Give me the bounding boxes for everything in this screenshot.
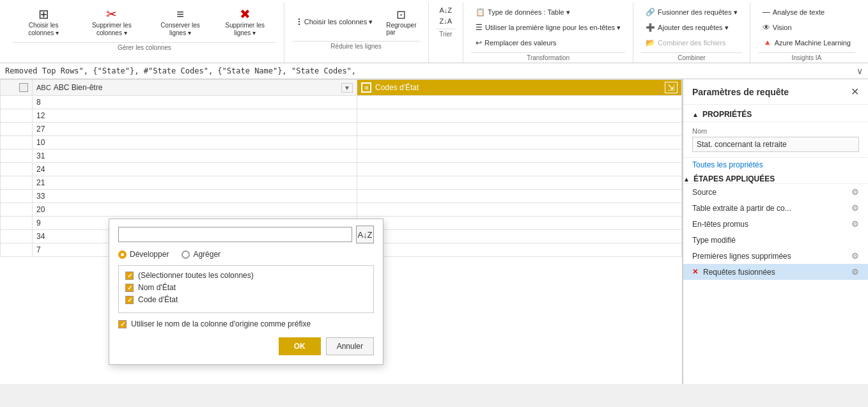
vision-label: Vision xyxy=(773,24,792,31)
radio-developper-circle xyxy=(118,250,127,259)
step-en-tetes-label: En-têtes promus xyxy=(692,220,748,229)
prop-block: Nom Stat. concernant la retraite xyxy=(683,122,868,158)
ribbon-group-transformation: 📋 Type de données : Table ▾ ☰ Utiliser l… xyxy=(463,3,633,63)
cell-codes-etat xyxy=(357,203,682,217)
row-num xyxy=(1,150,33,163)
radio-agreger-circle xyxy=(182,250,190,259)
cb-nom-etat-label: Nom d'État xyxy=(138,283,176,292)
table-row: 21 xyxy=(1,176,682,190)
cell-codes-etat xyxy=(357,136,682,150)
ok-button[interactable]: OK xyxy=(279,337,321,355)
transformation-label: Transformation xyxy=(471,52,625,61)
step-table-extraite-gear-icon[interactable]: ⚙ xyxy=(851,203,859,213)
fractionner-button[interactable]: ⫶ Choisir les colonnes ▾ xyxy=(292,13,378,30)
formula-bar: Removed Top Rows", {"State"}, #"State Co… xyxy=(0,63,868,79)
row-num xyxy=(1,243,33,257)
remplacer-valeurs-icon: ↩ xyxy=(476,38,482,47)
vision-icon: 👁 xyxy=(763,23,770,32)
regrouper-icon: ⊡ xyxy=(396,8,406,22)
codes-etat-table-icon: ⊞ xyxy=(361,82,371,93)
ribbon-group-trier: A↓Z Z↓A Trier xyxy=(429,3,464,63)
cell-codes-etat xyxy=(357,123,682,136)
sort-az-button[interactable]: A↓Z xyxy=(437,5,456,15)
choisir-colonnes-button[interactable]: ⊞ Choisir les colonnes ▾ xyxy=(13,5,74,40)
radio-agreger[interactable]: Agréger xyxy=(182,250,221,259)
supprimer-lignes-button[interactable]: ✖ Supprimer les lignes ▾ xyxy=(214,5,276,40)
col-bien-etre-header[interactable]: ABC ABC Bien-être ▼ xyxy=(33,80,357,96)
sort-za-button[interactable]: Z↓A xyxy=(437,16,456,26)
codes-etat-expand-icon[interactable]: ⇲ xyxy=(665,82,678,93)
azure-ml-label: Azure Machine Learning xyxy=(775,39,851,47)
table-row: 33 xyxy=(1,190,682,203)
step-type-modifie[interactable]: Type modifié ⚙ xyxy=(683,232,868,248)
ribbon-group-gerer: ⊞ Choisir les colonnes ▾ ✂ Supprimer les… xyxy=(5,3,284,63)
step-requetes-fusionnees-delete-icon[interactable]: ✕ xyxy=(692,268,698,276)
nom-value[interactable]: Stat. concernant la retraite xyxy=(692,137,859,152)
cell-bien-etre: 8 xyxy=(33,96,357,109)
analyse-texte-button[interactable]: — Analyse de texte xyxy=(758,5,829,19)
popup-footer: OK Annuler xyxy=(118,337,374,355)
cell-bien-etre: 27 xyxy=(33,123,357,136)
side-panel-header: Paramètres de requête ✕ xyxy=(683,79,868,105)
step-requetes-fusionnees-gear-icon[interactable]: ⚙ xyxy=(851,267,859,277)
regrouper-button[interactable]: ⊡ Regrouperpar xyxy=(382,5,420,38)
ajouter-button[interactable]: ➕ Ajouter des requêtes ▾ xyxy=(641,20,733,35)
table-row: 12 xyxy=(1,109,682,123)
step-premieres-lignes[interactable]: Premières lignes supprimées ⚙ xyxy=(683,248,868,264)
step-requetes-fusionnees[interactable]: ✕ Requêtes fusionnées ⚙ xyxy=(683,264,868,280)
vision-button[interactable]: 👁 Vision xyxy=(758,20,796,35)
checkbox-code-etat[interactable]: Code d'État xyxy=(125,295,367,304)
gerer-colonnes-label: Gérer les colonnes xyxy=(13,42,276,51)
conserver-lignes-button[interactable]: ≡ Conserver les lignes ▾ xyxy=(149,5,211,40)
step-table-extraite[interactable]: Table extraite à partir de co... ⚙ xyxy=(683,200,868,216)
premiere-ligne-icon: ☰ xyxy=(476,23,483,32)
supprimer-colonnes-button[interactable]: ✂ Supprimer les colonnes ▾ xyxy=(77,5,146,40)
step-premieres-lignes-gear-icon[interactable]: ⚙ xyxy=(851,251,859,261)
step-en-tetes-gear-icon[interactable]: ⚙ xyxy=(851,219,859,229)
etapes-label: ÉTAPES APPLIQUÉES xyxy=(694,174,775,183)
toutes-proprietes-link[interactable]: Toutes les propriétés xyxy=(683,158,868,174)
table-row: 27 xyxy=(1,123,682,136)
side-panel-close-button[interactable]: ✕ xyxy=(851,86,859,98)
nom-label: Nom xyxy=(692,127,859,135)
sort-icon-btn[interactable]: A↓Z xyxy=(356,226,374,243)
col-num-header xyxy=(1,80,33,96)
checkbox-select-all[interactable]: (Sélectionner toutes les colonnes) xyxy=(125,271,367,280)
cell-bien-etre: 12 xyxy=(33,109,357,123)
cell-bien-etre: 24 xyxy=(33,163,357,176)
codes-etat-col-name: Codes d'État xyxy=(375,83,419,92)
ribbon: ⊞ Choisir les colonnes ▾ ✂ Supprimer les… xyxy=(0,0,868,63)
premiere-ligne-button[interactable]: ☰ Utiliser la première ligne pour les en… xyxy=(471,20,625,35)
supprimer-colonnes-icon: ✂ xyxy=(106,8,117,20)
azure-ml-button[interactable]: 🔺 Azure Machine Learning xyxy=(758,36,855,50)
type-donnees-button[interactable]: 📋 Type de données : Table ▾ xyxy=(471,5,575,19)
col-codes-etat-header[interactable]: ⊞ Codes d'État ⇲ xyxy=(357,80,682,96)
step-en-tetes[interactable]: En-têtes promus ⚙ xyxy=(683,216,868,232)
fusionner-button[interactable]: 🔗 Fusionner des requêtes ▾ xyxy=(641,5,742,19)
radio-agreger-label: Agréger xyxy=(193,250,221,259)
ajouter-icon: ➕ xyxy=(646,23,655,32)
cell-codes-etat xyxy=(357,96,682,109)
row-num xyxy=(1,96,33,109)
bien-etre-header-label: ABC ABC Bien-être xyxy=(36,83,102,92)
proprietes-label: PROPRIÉTÉS xyxy=(702,110,752,119)
steps-list: Source ⚙ Table extraite à partir de co..… xyxy=(683,184,868,280)
search-input[interactable] xyxy=(118,227,352,242)
step-requetes-fusionnees-actions: ✕ Requêtes fusionnées xyxy=(692,268,775,277)
combiner-label: Combiner des fichiers xyxy=(658,39,725,47)
step-source[interactable]: Source ⚙ xyxy=(683,184,868,200)
combiner-button[interactable]: 📂 Combiner des fichiers xyxy=(641,36,730,50)
checkbox-nom-etat[interactable]: Nom d'État xyxy=(125,283,367,292)
type-donnees-icon: 📋 xyxy=(476,8,485,17)
table-row: 24 xyxy=(1,163,682,176)
radio-developper[interactable]: Développer xyxy=(118,250,169,259)
step-source-gear-icon[interactable]: ⚙ xyxy=(851,187,859,197)
formula-expand-button[interactable]: ∨ xyxy=(856,66,863,76)
bien-etre-type-icon: ABC xyxy=(36,84,51,91)
cb-prefix-icon xyxy=(118,320,127,328)
cancel-button[interactable]: Annuler xyxy=(326,337,374,355)
cell-codes-etat xyxy=(357,243,682,257)
remplacer-valeurs-button[interactable]: ↩ Remplacer des valeurs xyxy=(471,36,561,50)
bien-etre-dropdown-icon[interactable]: ▼ xyxy=(341,83,353,93)
formula-text: Removed Top Rows", {"State"}, #"State Co… xyxy=(5,66,851,75)
